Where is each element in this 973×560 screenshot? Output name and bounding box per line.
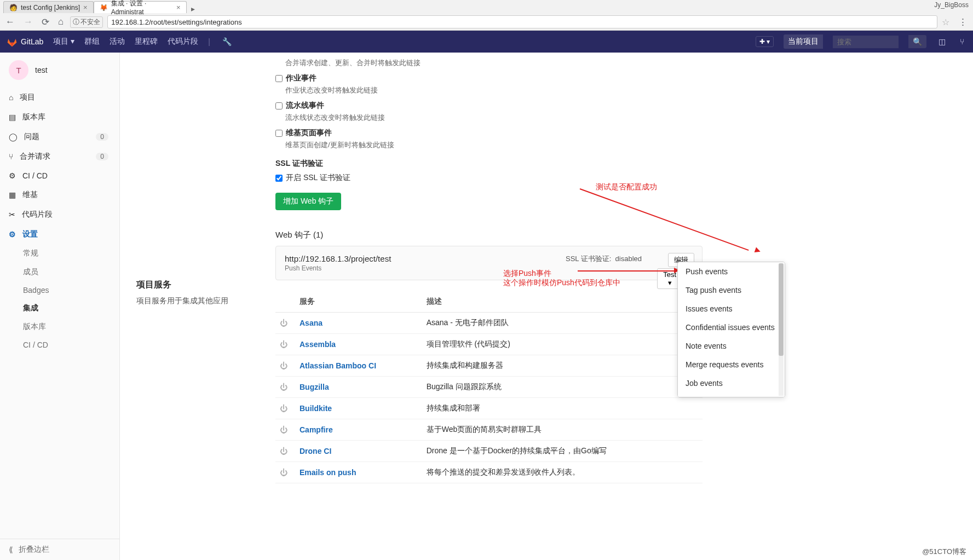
collapse-sidebar[interactable]: ⟪ 折叠边栏	[0, 539, 119, 560]
new-tab-button[interactable]: ▸	[187, 4, 199, 13]
service-desc: Drone 是一个基于Docker的持续集成平台，由Go编写	[422, 441, 703, 462]
url-input[interactable]: 192.168.1.2/root/test/settings/integrati…	[107, 15, 937, 28]
service-link[interactable]: Bugzilla	[300, 383, 329, 391]
webhooks-heading: Web 钩子 (1)	[275, 230, 703, 240]
ssl-checkbox[interactable]	[275, 175, 283, 182]
merge-requests-icon[interactable]: ⑂	[958, 37, 966, 46]
search-icon[interactable]: 🔍	[908, 35, 926, 48]
gear-icon: ⚙	[9, 230, 16, 239]
dropdown-item[interactable]: Job events	[678, 374, 785, 392]
close-icon[interactable]: ×	[176, 3, 181, 11]
service-desc: 持续集成和构建服务器	[422, 355, 703, 377]
address-bar: ← → ⟳ ⌂ ⓘ 不安全 192.168.1.2/root/test/sett…	[0, 13, 973, 31]
nav-snippets[interactable]: 代码片段	[168, 37, 198, 47]
service-desc: Asana - 无电子邮件团队	[422, 313, 703, 334]
merge-icon: ⑂	[9, 152, 13, 161]
gitlab-navbar: GitLab 项目 ▾ 群组 活动 里程碑 代码片段 | 🔧 ✚ ▾ 当前项目 …	[0, 31, 973, 53]
trigger-checkbox[interactable]	[275, 102, 283, 109]
nav-activity[interactable]: 活动	[110, 37, 125, 47]
table-row: ⏻Emails on push将每个推送的提交和差异发送到收件人列表。	[275, 462, 703, 483]
sidebar-item-issues[interactable]: ◯问题0	[0, 127, 119, 147]
ssl-enable-label: 开启 SSL 证书验证	[286, 173, 350, 182]
power-icon: ⏻	[275, 355, 295, 377]
sidebar-item-wiki[interactable]: ▦维基	[0, 185, 119, 205]
sidebar-sub-item[interactable]: 常规	[0, 244, 119, 263]
trigger-desc: 合并请求创建、更新、合并时将触发此链接	[285, 58, 703, 68]
current-project-label[interactable]: 当前项目	[784, 34, 823, 49]
service-link[interactable]: Asana	[300, 319, 323, 327]
services-sub: 项目服务用于集成其他应用	[136, 296, 275, 306]
project-name: test	[35, 66, 48, 74]
service-link[interactable]: Atlassian Bamboo CI	[300, 361, 376, 370]
sidebar-sub-item[interactable]: Badges	[0, 281, 119, 299]
dropdown-item[interactable]: Confidential issues events	[678, 318, 785, 337]
sidebar-item-home[interactable]: ⌂项目	[0, 88, 119, 107]
sidebar-sub-item[interactable]: 版本库	[0, 317, 119, 336]
trigger-desc: 流水线状态改变时将触发此链接	[285, 113, 703, 123]
issues-icon[interactable]: ◫	[936, 37, 948, 46]
sidebar-sub-item[interactable]: 集成	[0, 299, 119, 317]
bookmark-icon[interactable]: ☆	[942, 17, 952, 27]
insecure-badge[interactable]: ⓘ 不安全	[70, 16, 103, 28]
col-desc: 描述	[422, 291, 703, 313]
home-icon: ⌂	[9, 93, 13, 102]
tab-title: test Config [Jenkins]	[21, 4, 80, 11]
col-service: 服务	[295, 291, 422, 313]
sidebar-item-repo[interactable]: ▤版本库	[0, 107, 119, 127]
nav-milestones[interactable]: 里程碑	[135, 37, 158, 47]
reload-icon[interactable]: ⟳	[39, 16, 51, 28]
table-row: ⏻Buildkite持续集成和部署	[275, 398, 703, 419]
trigger-checkbox[interactable]	[275, 75, 283, 82]
add-webhook-button[interactable]: 增加 Web 钩子	[275, 193, 341, 210]
service-link[interactable]: Assembla	[300, 340, 336, 349]
sidebar-item-gear[interactable]: ⚙设置	[0, 224, 119, 244]
dropdown-item[interactable]: Push events	[678, 262, 785, 281]
nav-groups[interactable]: 群组	[84, 37, 100, 47]
trigger-desc: 维基页面创建/更新时将触发此链接	[285, 140, 703, 150]
service-link[interactable]: Emails on push	[300, 468, 356, 477]
service-desc: Bugzilla 问题跟踪系统	[422, 377, 703, 398]
browser-tab-gitlab[interactable]: 🦊 集成 · 设置 · Administrat ×	[94, 1, 187, 13]
service-link[interactable]: Drone CI	[300, 447, 331, 455]
gitlab-logo[interactable]: GitLab	[7, 36, 43, 47]
power-icon: ⏻	[275, 441, 295, 462]
trigger-checkbox[interactable]	[275, 130, 283, 137]
annotation-test: 测试是否配置成功	[596, 182, 657, 192]
dropdown-item[interactable]: Tag push events	[678, 281, 785, 299]
back-icon[interactable]: ←	[3, 16, 17, 27]
sidebar-sub-item[interactable]: 成员	[0, 263, 119, 281]
dropdown-item[interactable]: Note events	[678, 337, 785, 355]
table-row: ⏻Campfire基于Web页面的简易实时群聊工具	[275, 419, 703, 441]
dropdown-item[interactable]: Merge requests events	[678, 355, 785, 374]
service-link[interactable]: Buildkite	[300, 404, 332, 413]
badge: 0	[96, 133, 108, 141]
close-icon[interactable]: ×	[83, 3, 88, 11]
sidebar-sub-item[interactable]: CI / CD	[0, 336, 119, 354]
tab-strip: 🧑 test Config [Jenkins] × 🦊 集成 · 设置 · Ad…	[0, 0, 973, 13]
service-desc: 项目管理软件 (代码提交)	[422, 334, 703, 355]
forward-icon: →	[21, 16, 35, 27]
sidebar-item-merge[interactable]: ⑂合并请求0	[0, 147, 119, 166]
webhook-ssl-status: SSL 证书验证: disabled	[566, 254, 642, 264]
service-desc: 基于Web页面的简易实时群聊工具	[422, 419, 703, 441]
sidebar-item-snip[interactable]: ✂代码片段	[0, 205, 119, 224]
sidebar-item-ci[interactable]: ⚙CI / CD	[0, 166, 119, 185]
watermark: @51CTO博客	[922, 547, 966, 557]
trigger-desc: 作业状态改变时将触发此链接	[285, 85, 703, 95]
home-icon[interactable]: ⌂	[56, 16, 66, 27]
project-header[interactable]: T test	[0, 53, 119, 88]
jenkins-icon: 🧑	[9, 4, 18, 11]
service-desc: 将每个推送的提交和差异发送到收件人列表。	[422, 462, 703, 483]
nav-projects[interactable]: 项目 ▾	[53, 37, 74, 47]
collapse-icon: ⟪	[9, 545, 13, 554]
new-dropdown[interactable]: ✚ ▾	[756, 36, 774, 47]
service-link[interactable]: Campfire	[300, 425, 333, 434]
search-input[interactable]	[833, 36, 899, 48]
dropdown-item[interactable]: Pipeline events	[678, 392, 785, 397]
issues-icon: ◯	[9, 132, 18, 141]
dropdown-item[interactable]: Issues events	[678, 299, 785, 318]
wrench-icon[interactable]: 🔧	[220, 37, 234, 46]
menu-icon[interactable]: ⋮	[956, 16, 970, 28]
trigger-title: 流水线事件	[286, 101, 324, 109]
browser-tab-jenkins[interactable]: 🧑 test Config [Jenkins] ×	[3, 1, 94, 13]
